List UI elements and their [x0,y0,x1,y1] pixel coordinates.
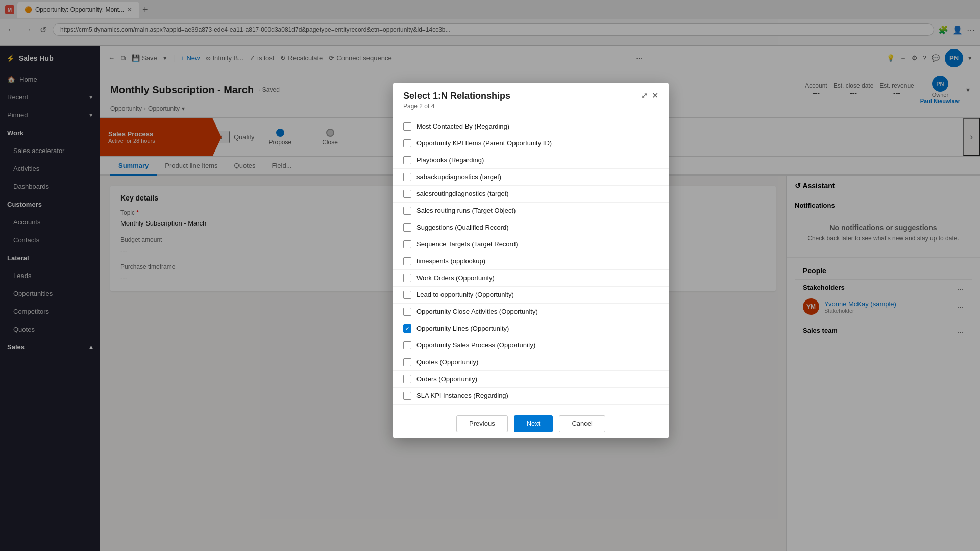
dialog-item-12[interactable]: ✓Opportunity Lines (Opportunity) [393,320,669,337]
checkbox-icon [403,207,411,215]
dialog-item-13[interactable]: Opportunity Sales Process (Opportunity) [393,337,669,354]
dialog-close-btn[interactable]: ✕ [652,91,658,101]
dialog-item-10[interactable]: Lead to opportunity (Opportunity) [393,287,669,304]
dialog-header: Select 1:N Relationships Page 2 of 4 ⤢ ✕ [393,83,669,114]
checkbox-icon [403,156,411,164]
modal-overlay: Select 1:N Relationships Page 2 of 4 ⤢ ✕… [0,0,980,551]
dialog-item-16[interactable]: SLA KPI Instances (Regarding) [393,388,669,405]
checkbox-label: Opportunity Close Activities (Opportunit… [416,308,538,315]
dialog-item-3[interactable]: sabackupdiagnostics (target) [393,169,669,186]
checkbox-icon [403,240,411,248]
checkbox-label: Sales routing runs (Target Object) [416,207,516,214]
checkbox-label: Opportunity KPI Items (Parent Opportunit… [416,139,552,147]
checkbox-icon [403,308,411,316]
checkbox-label: Orders (Opportunity) [416,375,477,383]
checkbox-icon [403,274,411,282]
previous-button[interactable]: Previous [456,415,508,432]
checkbox-icon: ✓ [403,324,411,333]
dialog-expand-btn[interactable]: ⤢ [641,91,648,101]
checkbox-icon [403,257,411,265]
dialog-title: Select 1:N Relationships [403,91,510,102]
checkbox-label: Suggestions (Qualified Record) [416,223,509,231]
dialog-item-4[interactable]: salesroutingdiagnostics (target) [393,186,669,203]
dialog-body: Most Contacted By (Regarding)Opportunity… [393,114,669,409]
checkbox-label: timespents (opplookup) [416,257,485,265]
dialog-header-actions: ⤢ ✕ [641,91,658,101]
dialog-footer: Previous Next Cancel [393,409,669,438]
next-button[interactable]: Next [514,415,553,432]
dialog-item-11[interactable]: Opportunity Close Activities (Opportunit… [393,304,669,320]
checkbox-label: Opportunity Lines (Opportunity) [416,324,509,332]
dialog-item-9[interactable]: Work Orders (Opportunity) [393,270,669,287]
checkbox-label: Work Orders (Opportunity) [416,274,495,282]
dialog-item-8[interactable]: timespents (opplookup) [393,253,669,270]
checkbox-icon [403,358,411,366]
checkbox-label: Sequence Targets (Target Record) [416,240,518,248]
checkbox-label: sabackupdiagnostics (target) [416,173,501,181]
checkbox-label: Opportunity Sales Process (Opportunity) [416,341,535,349]
checkbox-icon [403,375,411,383]
dialog-item-0[interactable]: Most Contacted By (Regarding) [393,118,669,135]
checkbox-icon [403,173,411,181]
checkbox-icon [403,341,411,349]
dialog-page-info: Page 2 of 4 [403,103,510,110]
checkbox-label: Lead to opportunity (Opportunity) [416,291,514,298]
dialog-item-15[interactable]: Orders (Opportunity) [393,371,669,388]
checkbox-label: SLA KPI Instances (Regarding) [416,392,508,399]
dialog-item-14[interactable]: Quotes (Opportunity) [393,354,669,371]
checkbox-icon [403,122,411,131]
checkbox-icon [403,139,411,147]
dialog-item-5[interactable]: Sales routing runs (Target Object) [393,203,669,219]
checkbox-icon [403,291,411,299]
checkbox-label: Playbooks (Regarding) [416,156,484,164]
dialog-item-2[interactable]: Playbooks (Regarding) [393,152,669,169]
cancel-button[interactable]: Cancel [559,415,605,432]
checkbox-icon [403,190,411,198]
checkbox-label: Quotes (Opportunity) [416,358,478,366]
select-relationships-dialog: Select 1:N Relationships Page 2 of 4 ⤢ ✕… [393,83,669,438]
dialog-item-6[interactable]: Suggestions (Qualified Record) [393,219,669,236]
checkbox-icon [403,392,411,400]
dialog-item-7[interactable]: Sequence Targets (Target Record) [393,236,669,253]
dialog-item-1[interactable]: Opportunity KPI Items (Parent Opportunit… [393,135,669,152]
checkbox-label: Most Contacted By (Regarding) [416,122,509,130]
checkbox-icon [403,223,411,232]
checkbox-label: salesroutingdiagnostics (target) [416,190,509,197]
